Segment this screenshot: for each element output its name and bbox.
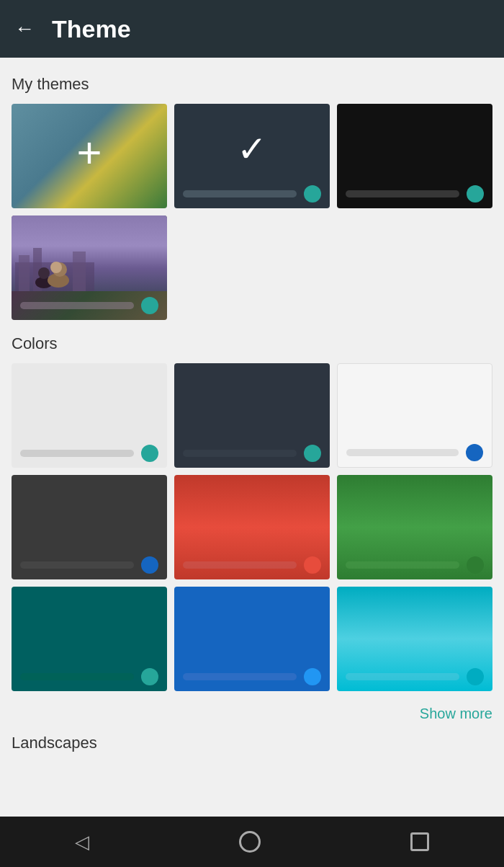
card-label [346, 449, 459, 456]
card-dot [304, 668, 321, 685]
card-bottom-bar [12, 291, 167, 320]
selected-check-icon: ✓ [237, 128, 267, 170]
card-dot [467, 556, 484, 574]
card-bottom-bar [337, 662, 492, 691]
teal-card[interactable] [12, 587, 167, 691]
card-dot [304, 556, 321, 574]
card-label [346, 561, 459, 569]
red-card[interactable] [174, 475, 330, 579]
card-dot [141, 297, 158, 314]
nav-recents-button[interactable] [410, 832, 429, 851]
cyan-card[interactable] [337, 587, 492, 691]
card-label [20, 302, 134, 309]
card-bottom-bar [12, 551, 167, 579]
card-dot [304, 445, 321, 462]
nav-back-button[interactable]: ◁ [75, 831, 89, 853]
card-dot [141, 556, 158, 574]
card-label [20, 450, 134, 457]
card-label [346, 190, 459, 197]
card-dot [141, 445, 158, 462]
card-label [183, 190, 297, 197]
card-bottom-bar [12, 662, 167, 691]
svg-rect-1 [19, 255, 30, 291]
card-bottom-bar [338, 438, 492, 467]
content-area: My themes + ✓ [0, 58, 504, 817]
card-label [183, 561, 297, 569]
dark-blue-gray-card[interactable] [174, 363, 330, 468]
charcoal-card[interactable] [12, 475, 167, 579]
anime-theme-card[interactable] [12, 215, 167, 320]
white-card[interactable] [337, 363, 492, 468]
anime-illustration [15, 234, 94, 291]
colors-grid [12, 363, 492, 691]
light-gray-card[interactable] [12, 363, 167, 468]
card-dot [466, 444, 483, 461]
card-bottom-bar [337, 551, 492, 579]
black-theme-card[interactable] [337, 104, 492, 208]
show-more-button[interactable]: Show more [12, 706, 492, 722]
colors-header: Colors [12, 334, 492, 353]
card-label [20, 673, 134, 680]
card-label [183, 673, 297, 680]
green-card[interactable] [337, 475, 492, 579]
svg-rect-3 [73, 252, 86, 291]
card-label [20, 561, 134, 569]
card-bottom-bar [174, 179, 330, 208]
bottom-nav: ◁ [0, 817, 504, 867]
card-label [346, 673, 459, 680]
card-bottom-bar [12, 439, 167, 468]
page-title: Theme [52, 15, 131, 43]
card-dot [141, 668, 158, 685]
my-themes-header: My themes [12, 75, 492, 94]
card-bottom-bar [174, 439, 330, 468]
blue-card[interactable] [174, 587, 330, 691]
my-themes-grid: + ✓ [12, 104, 492, 320]
card-bottom-bar [174, 662, 330, 691]
landscapes-header: Landscapes [12, 734, 492, 752]
card-bottom-bar [174, 551, 330, 579]
svg-point-5 [38, 267, 50, 279]
card-dot [467, 185, 484, 203]
add-icon: + [76, 131, 102, 174]
top-bar: ← Theme [0, 0, 504, 58]
svg-point-8 [50, 262, 62, 273]
card-label [183, 450, 297, 457]
dark-theme-card[interactable]: ✓ [174, 104, 330, 208]
card-bottom-bar [337, 179, 492, 208]
card-dot [304, 185, 321, 203]
card-dot [467, 668, 484, 685]
back-button[interactable]: ← [14, 19, 35, 39]
add-theme-card[interactable]: + [12, 104, 167, 208]
nav-home-button[interactable] [239, 831, 261, 853]
